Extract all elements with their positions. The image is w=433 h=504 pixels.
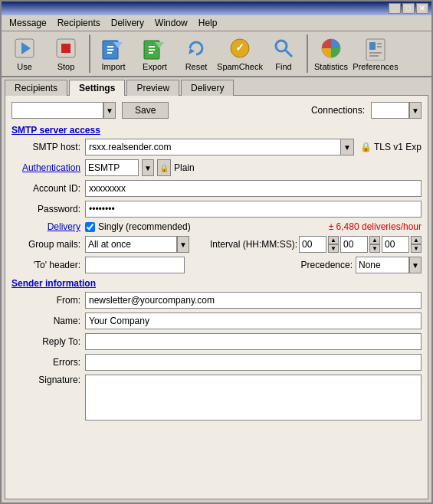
tab-delivery[interactable]: Delivery bbox=[181, 80, 234, 96]
hh-up[interactable]: ▲ bbox=[328, 236, 339, 244]
errors-label: Errors: bbox=[11, 357, 80, 368]
password-label: Password: bbox=[11, 204, 80, 214]
to-header-label: 'To' header: bbox=[11, 260, 80, 270]
signature-input[interactable] bbox=[85, 375, 422, 421]
group-mails-input[interactable] bbox=[85, 236, 177, 253]
from-row: From: bbox=[11, 292, 422, 309]
tab-settings[interactable]: Settings bbox=[69, 80, 125, 96]
ss-spinner: ▲ ▼ bbox=[411, 236, 422, 253]
interval-mm[interactable] bbox=[340, 236, 368, 253]
connections-dropdown-arrow[interactable]: ▼ bbox=[409, 102, 422, 119]
connections-label: Connections: bbox=[311, 105, 365, 116]
interval-ss[interactable] bbox=[382, 236, 409, 253]
stop-button[interactable]: Stop bbox=[46, 33, 86, 74]
use-icon bbox=[12, 36, 37, 61]
smtp-host-input[interactable] bbox=[85, 139, 341, 155]
account-id-input[interactable] bbox=[85, 180, 422, 197]
top-row: ▼ Save Connections: 2 ▼ bbox=[11, 102, 422, 119]
interval-hh[interactable] bbox=[299, 236, 326, 253]
signature-label: Signature: bbox=[11, 375, 80, 385]
save-button[interactable]: Save bbox=[122, 102, 169, 119]
from-input[interactable] bbox=[85, 292, 422, 309]
mm-down[interactable]: ▼ bbox=[369, 244, 380, 253]
delivery-label[interactable]: Delivery bbox=[11, 221, 80, 232]
menu-bar: Message Recipients Delivery Window Help bbox=[2, 15, 431, 31]
connections-input[interactable]: 2 bbox=[371, 102, 409, 119]
menu-recipients[interactable]: Recipients bbox=[53, 17, 105, 29]
errors-input[interactable] bbox=[85, 354, 422, 371]
spamcheck-label: SpamCheck bbox=[217, 62, 263, 71]
settings-content: ▼ Save Connections: 2 ▼ SMTP server acce… bbox=[5, 95, 428, 499]
auth-dropdown-arrow[interactable]: ▼ bbox=[142, 159, 154, 176]
smtp-host-arrow[interactable]: ▼ bbox=[340, 139, 354, 155]
name-input[interactable] bbox=[85, 313, 422, 329]
reset-button[interactable]: Reset bbox=[176, 33, 216, 74]
auth-label[interactable]: Authentication bbox=[11, 162, 80, 173]
svg-point-17 bbox=[276, 41, 287, 51]
export-button[interactable]: Export bbox=[135, 33, 175, 74]
menu-window[interactable]: Window bbox=[150, 17, 192, 29]
use-label: Use bbox=[17, 62, 32, 71]
svg-marker-14 bbox=[189, 48, 195, 54]
mm-up[interactable]: ▲ bbox=[369, 236, 380, 244]
group-mails-arrow[interactable]: ▼ bbox=[177, 236, 189, 253]
account-id-label: Account ID: bbox=[11, 183, 80, 194]
stop-icon bbox=[54, 36, 78, 61]
precedence-arrow[interactable]: ▼ bbox=[409, 257, 422, 273]
password-row: Password: bbox=[11, 201, 422, 218]
menu-delivery[interactable]: Delivery bbox=[107, 17, 149, 29]
svg-rect-3 bbox=[61, 44, 71, 53]
smtp-host-label: SMTP host: bbox=[11, 142, 80, 152]
find-icon bbox=[271, 36, 296, 61]
from-label: From: bbox=[11, 295, 80, 306]
smtp-host-row: SMTP host: ▼ 🔒 TLS v1 Exp bbox=[11, 139, 422, 155]
singly-checkbox[interactable] bbox=[85, 222, 95, 232]
delivery-row: Delivery Singly (recommended) ± 6,480 de… bbox=[11, 221, 422, 232]
spamcheck-icon: ✓ bbox=[228, 36, 252, 61]
preferences-label: Preferences bbox=[353, 62, 398, 71]
auth-lock-button[interactable]: 🔒 bbox=[157, 159, 171, 176]
use-button[interactable]: Use bbox=[5, 33, 44, 74]
password-input[interactable] bbox=[85, 201, 422, 218]
smtp-section-link[interactable]: SMTP server access bbox=[11, 125, 422, 136]
tab-preview[interactable]: Preview bbox=[126, 80, 179, 96]
ss-up[interactable]: ▲ bbox=[411, 236, 422, 244]
plain-label: Plain bbox=[174, 162, 195, 173]
profile-input[interactable] bbox=[11, 102, 103, 119]
auth-controls: ▼ 🔒 Plain bbox=[85, 159, 195, 176]
main-window: _ □ ✕ Message Recipients Delivery Window… bbox=[0, 0, 433, 504]
reply-to-label: Reply To: bbox=[11, 336, 80, 347]
preferences-button[interactable]: Preferences bbox=[353, 33, 399, 74]
reply-to-input[interactable] bbox=[85, 333, 422, 350]
reset-icon bbox=[184, 36, 208, 61]
export-label: Export bbox=[143, 62, 167, 71]
hh-down[interactable]: ▼ bbox=[328, 244, 339, 253]
menu-message[interactable]: Message bbox=[5, 17, 51, 29]
stop-label: Stop bbox=[57, 62, 75, 71]
separator-2 bbox=[307, 34, 308, 73]
sender-section-link[interactable]: Sender information bbox=[11, 278, 422, 289]
to-header-input[interactable] bbox=[85, 257, 185, 273]
find-button[interactable]: Find bbox=[264, 33, 303, 74]
statistics-button[interactable]: Statistics bbox=[311, 33, 351, 74]
statistics-label: Statistics bbox=[314, 62, 348, 71]
maximize-button[interactable]: □ bbox=[402, 3, 415, 14]
group-mails-label: Group mails: bbox=[11, 239, 80, 250]
minimize-button[interactable]: _ bbox=[389, 3, 401, 14]
reset-label: Reset bbox=[185, 62, 208, 71]
ss-down[interactable]: ▼ bbox=[411, 244, 422, 253]
import-button[interactable]: Import bbox=[93, 33, 133, 74]
tab-recipients[interactable]: Recipients bbox=[5, 80, 67, 96]
preferences-icon bbox=[363, 36, 388, 61]
profile-dropdown[interactable]: ▼ bbox=[11, 102, 116, 119]
statistics-icon bbox=[319, 36, 343, 61]
spamcheck-button[interactable]: ✓ SpamCheck bbox=[218, 33, 262, 74]
delivery-rate: ± 6,480 deliveries/hour bbox=[329, 221, 422, 232]
close-button[interactable]: ✕ bbox=[416, 3, 428, 14]
menu-help[interactable]: Help bbox=[194, 17, 222, 29]
interval-section: Interval (HH:MM:SS): ▲ ▼ ▲ ▼ ▲ ▼ bbox=[210, 236, 422, 253]
profile-dropdown-arrow[interactable]: ▼ bbox=[103, 102, 116, 119]
name-label: Name: bbox=[11, 316, 80, 326]
auth-type-input[interactable] bbox=[85, 159, 139, 176]
precedence-input[interactable] bbox=[356, 257, 409, 273]
